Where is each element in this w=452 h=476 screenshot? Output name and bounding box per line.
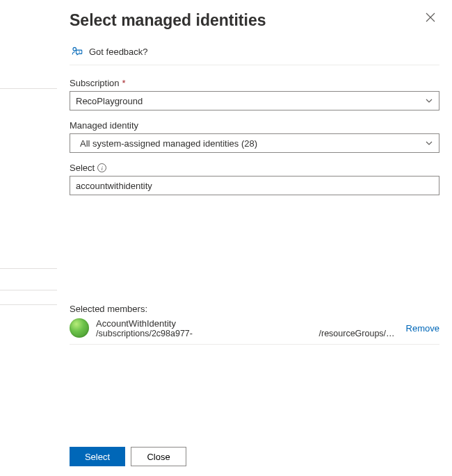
required-asterisk: * (122, 78, 126, 88)
select-managed-identities-panel: Select managed identities Got feedback? … (57, 0, 452, 476)
subscription-select[interactable]: RecoPlayground (70, 91, 439, 110)
select-input[interactable] (70, 176, 439, 195)
background-ribbon (0, 0, 57, 476)
identity-icon (70, 318, 89, 338)
subscription-field: Subscription* RecoPlayground (70, 78, 439, 110)
subscription-value: RecoPlayground (76, 96, 143, 106)
panel-header: Select managed identities (70, 8, 439, 37)
select-label: Select i (70, 163, 439, 173)
select-button[interactable]: Select (70, 447, 125, 466)
managed-identity-select[interactable]: All system-assigned managed identities (… (70, 133, 439, 153)
subscription-label: Subscription* (70, 78, 439, 88)
managed-identity-field: Managed identity All system-assigned man… (70, 120, 439, 153)
selected-members-heading: Selected members: (70, 304, 439, 314)
managed-identity-value: All system-assigned managed identities (… (80, 138, 257, 149)
info-icon[interactable]: i (97, 163, 106, 172)
chevron-down-icon (425, 97, 433, 105)
feedback-icon (71, 45, 83, 58)
panel-footer: Select Close (70, 437, 439, 466)
feedback-link[interactable]: Got feedback? (70, 37, 439, 65)
panel-title: Select managed identities (70, 11, 266, 30)
managed-identity-label: Managed identity (70, 120, 439, 131)
member-text: AccountWithIdentity /subscriptions/2c98a… (96, 318, 395, 338)
list-item: AccountWithIdentity /subscriptions/2c98a… (70, 318, 439, 345)
selected-members-section: Selected members: AccountWithIdentity /s… (70, 304, 439, 345)
select-field: Select i (70, 163, 439, 195)
svg-point-0 (73, 47, 76, 51)
chevron-down-icon (425, 139, 433, 147)
close-button[interactable]: Close (131, 447, 186, 466)
member-name: AccountWithIdentity (96, 318, 395, 329)
close-icon[interactable] (421, 8, 439, 26)
feedback-label: Got feedback? (89, 47, 148, 57)
remove-link[interactable]: Remove (406, 323, 439, 334)
member-path: /subscriptions/2c98a977- /resourceGroups… (96, 329, 395, 338)
